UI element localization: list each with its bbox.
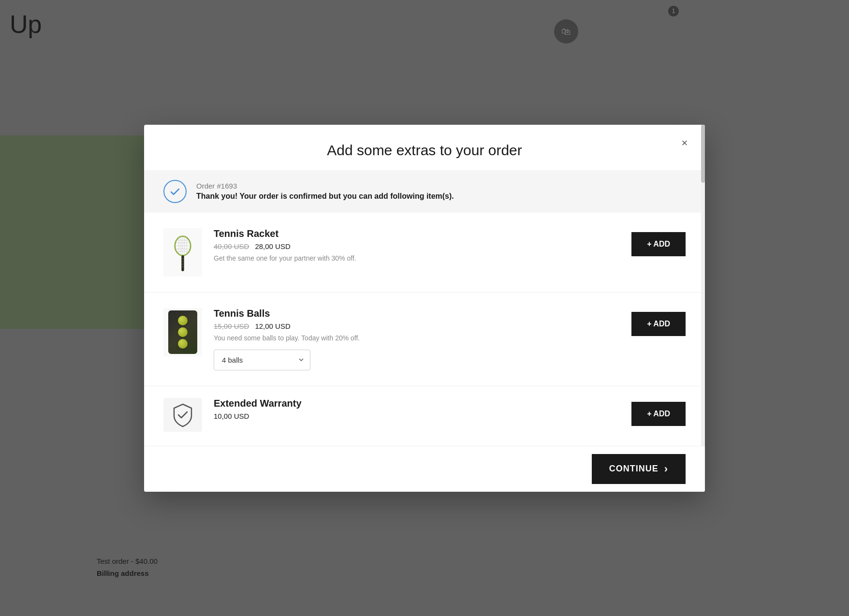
checkmark-icon (169, 186, 181, 197)
modal-header: Add some extras to your order × (144, 125, 705, 170)
product-item-tennis-balls: Tennis Balls 15,00 USD 12,00 USD You nee… (144, 293, 705, 386)
product-name-racket: Tennis Racket (214, 228, 620, 239)
product-item-tennis-racket: Tennis Racket 40,00 USD 28,00 USD Get th… (144, 213, 705, 293)
modal-container: Add some extras to your order × Order #1… (144, 125, 705, 492)
sale-price-racket: 28,00 USD (255, 242, 290, 250)
modal-overlay: Add some extras to your order × Order #1… (0, 0, 849, 616)
ball-2 (178, 327, 188, 337)
original-price-balls: 15,00 USD (214, 322, 249, 330)
order-confirm-text: Thank you! Your order is confirmed but y… (196, 192, 454, 201)
racket-image-icon (171, 231, 195, 274)
product-name-balls: Tennis Balls (214, 308, 620, 319)
order-check-circle (163, 180, 187, 203)
product-info-racket: Tennis Racket 40,00 USD 28,00 USD Get th… (214, 228, 620, 270)
order-text: Order #1693 Thank you! Your order is con… (196, 182, 454, 201)
product-image-racket (163, 228, 202, 277)
scrollbar-track (701, 125, 705, 492)
sale-price-warranty: 10,00 USD (214, 412, 249, 420)
svg-rect-11 (181, 255, 184, 271)
product-info-balls: Tennis Balls 15,00 USD 12,00 USD You nee… (214, 308, 620, 370)
scrollbar-thumb[interactable] (701, 125, 705, 183)
price-row-racket: 40,00 USD 28,00 USD (214, 242, 620, 250)
order-number: Order #1693 (196, 182, 454, 190)
price-row-warranty: 10,00 USD (214, 412, 620, 420)
quantity-select-balls[interactable]: 1 ball 2 balls 3 balls 4 balls 6 balls (214, 350, 310, 370)
product-description-racket: Get the same one for your partner with 3… (214, 254, 620, 262)
warranty-badge-icon (170, 402, 195, 427)
order-banner: Order #1693 Thank you! Your order is con… (144, 170, 705, 213)
modal-title: Add some extras to your order (163, 142, 686, 159)
product-name-warranty: Extended Warranty (214, 398, 620, 409)
continue-arrow-icon: › (664, 463, 668, 475)
ball-1 (178, 316, 188, 325)
continue-button[interactable]: CONTINUE › (592, 454, 686, 484)
product-image-balls (163, 308, 202, 356)
sale-price-balls: 12,00 USD (255, 322, 290, 330)
modal-footer: CONTINUE › (144, 446, 705, 492)
add-button-racket[interactable]: + ADD (631, 232, 686, 256)
shield-check-icon (170, 402, 195, 427)
close-button[interactable]: × (676, 134, 693, 152)
add-button-balls[interactable]: + ADD (631, 312, 686, 336)
add-button-warranty[interactable]: + ADD (631, 402, 686, 426)
continue-label: CONTINUE (609, 464, 659, 474)
original-price-racket: 40,00 USD (214, 242, 249, 250)
ball-3 (178, 339, 188, 349)
balls-container-icon (168, 310, 197, 354)
product-image-warranty (163, 398, 202, 432)
price-row-balls: 15,00 USD 12,00 USD (214, 322, 620, 330)
product-item-warranty: Extended Warranty 10,00 USD + ADD (144, 386, 705, 443)
product-info-warranty: Extended Warranty 10,00 USD (214, 398, 620, 424)
product-description-balls: You need some balls to play. Today with … (214, 334, 620, 342)
